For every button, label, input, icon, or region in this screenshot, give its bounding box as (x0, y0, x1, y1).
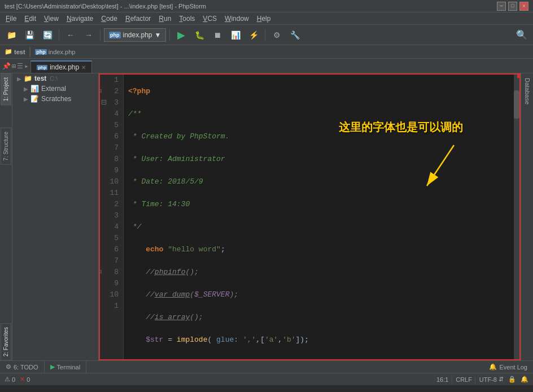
settings-button[interactable]: ⚙ (269, 27, 285, 43)
menu-run[interactable]: Run (155, 14, 174, 24)
terminal-tab[interactable]: ▶ Terminal (45, 361, 87, 373)
tree-label-scratches: Scratches (41, 95, 71, 103)
coverage-button[interactable]: 📊 (228, 27, 243, 43)
path-bar: 📁 test │ php index.php (0, 45, 533, 59)
vtab-project[interactable]: 1: Project (1, 73, 11, 105)
main-layout: 1: Project 7: Structure 2: Favorites ▶ 📁… (0, 73, 533, 360)
library-icon: 📊 (30, 85, 39, 93)
tab-action-layout[interactable]: ⊞ (12, 62, 16, 71)
menu-view[interactable]: View (41, 14, 62, 24)
tools-button[interactable]: 🔧 (287, 27, 303, 43)
database-tab[interactable]: Database (522, 73, 532, 109)
event-log-tab[interactable]: 🔔 Event Log (483, 361, 533, 373)
project-sidebar: ▶ 📁 test C:\ ▶ 📊 External ▶ 📝 Scratches (12, 73, 99, 360)
code-editor: ⊟ 1 ⊟2 3 4 5 6 7 8 9 10 11 2 3 4 5 6 7 ⊟… (100, 75, 519, 359)
code-content[interactable]: <?php /** * Created by PhpStorm. * User:… (124, 75, 519, 359)
menu-bar: File Edit View Navigate Code Refactor Ru… (0, 12, 533, 25)
terminal-label: Terminal (57, 364, 81, 371)
event-log-icon: 🔔 (489, 363, 497, 371)
editor-tab-strip: 📌 ⊞ ☰ ▸ php index.php ✕ (0, 59, 533, 73)
close-button[interactable]: ✕ (519, 2, 528, 11)
error-icon: ✕ (20, 376, 25, 383)
code-line-1: <?php (128, 86, 515, 97)
breadcrumb-file: php index.php (35, 49, 75, 55)
menu-vcs[interactable]: VCS (199, 14, 220, 24)
warning-count: 0 (12, 376, 15, 383)
tab-index-php[interactable]: php index.php ✕ (30, 60, 92, 73)
run-button[interactable]: ▶ (173, 27, 189, 43)
code-line-11: //is_array(); (128, 312, 515, 323)
code-line-12: $str = implode( glue: ',',['a','b']); (128, 334, 515, 346)
toolbar-separator-3 (169, 29, 170, 41)
error-marker (517, 75, 519, 78)
tree-item-scratches[interactable]: ▶ 📝 Scratches (12, 94, 98, 104)
annotation-text: 这里的字体也是可以调的 (339, 120, 463, 135)
status-git-icon: 🔒 (508, 376, 516, 383)
todo-tab[interactable]: ⚙ 6: TODO (0, 361, 45, 373)
status-warnings: ⚠ 0 (5, 376, 15, 383)
menu-tools[interactable]: Tools (176, 14, 198, 24)
search-everywhere-button[interactable]: 🔍 (514, 27, 530, 43)
todo-label: 6: TODO (14, 364, 38, 371)
status-position: 16:1 │ CRLF │ UTF-8 ⇵ (436, 376, 504, 383)
event-log-label: Event Log (499, 364, 527, 371)
dropdown-arrow-icon: ▼ (155, 31, 161, 39)
status-errors: ✕ 0 (20, 376, 30, 383)
maximize-button[interactable]: □ (508, 2, 517, 11)
sync-button[interactable]: 🔄 (40, 27, 55, 43)
tree-item-external[interactable]: ▶ 📊 External (12, 84, 98, 94)
vtab-favorites[interactable]: 2: Favorites (1, 323, 11, 360)
current-file-dropdown[interactable]: php index.php ▼ (104, 28, 166, 42)
menu-code[interactable]: Code (98, 14, 121, 24)
tree-label-test: test (34, 75, 46, 82)
code-line-7: */ (128, 221, 515, 233)
tab-action-more[interactable]: ▸ (24, 62, 28, 71)
tree-item-test[interactable]: ▶ 📁 test C:\ (12, 73, 98, 84)
code-line-10: //var_dump($_SERVER); (128, 289, 515, 300)
toolbar-separator-4 (265, 29, 265, 41)
scrollbar-thumb[interactable] (514, 90, 519, 119)
menu-refactor[interactable]: Refactor (122, 14, 154, 24)
menu-file[interactable]: File (2, 14, 20, 24)
minimize-button[interactable]: ─ (497, 2, 506, 11)
php-file-icon: php (109, 32, 121, 38)
editor-area[interactable]: ⊟ 1 ⊟2 3 4 5 6 7 8 9 10 11 2 3 4 5 6 7 ⊟… (99, 73, 521, 360)
folder-icon: 📁 (24, 75, 32, 82)
profile-button[interactable]: ⚡ (246, 27, 261, 43)
encoding-arrow-icon: ⇵ (499, 376, 504, 383)
encoding: UTF-8 (479, 376, 497, 383)
title-bar: test [C:\Users\Administrator\Desktop\tes… (0, 0, 533, 12)
svg-line-1 (427, 145, 454, 186)
code-line-6: * Time: 14:30 (128, 199, 515, 210)
menu-edit[interactable]: Edit (21, 14, 40, 24)
expand-arrow-icon: ▶ (17, 76, 21, 82)
tab-close-button[interactable]: ✕ (81, 64, 86, 71)
stop-button[interactable]: ⏹ (209, 27, 225, 43)
breadcrumb-folder: 📁 test (5, 48, 25, 55)
save-button[interactable]: 💾 (21, 27, 37, 43)
tab-php-icon: php (37, 65, 47, 70)
tab-action-pin[interactable]: 📌 (2, 62, 11, 71)
terminal-icon: ▶ (50, 363, 55, 371)
window-controls: ─ □ ✕ (497, 2, 528, 11)
tree-path-test: C:\ (50, 75, 58, 82)
toolbar-separator-2 (100, 29, 101, 41)
code-line-9: //phpinfo(); (128, 267, 515, 278)
debug-button[interactable]: 🐛 (191, 27, 207, 43)
menu-help[interactable]: Help (254, 14, 274, 24)
back-button[interactable]: ← (63, 27, 78, 43)
expand-arrow-icon-scratches: ▶ (24, 96, 28, 102)
annotation-arrow-icon (418, 140, 463, 196)
menu-navigate[interactable]: Navigate (63, 14, 97, 24)
forward-button[interactable]: → (81, 27, 97, 43)
tree-label-external: External (41, 85, 66, 93)
editor-scrollbar[interactable] (514, 75, 519, 359)
expand-arrow-icon-external: ▶ (24, 86, 28, 92)
code-line-2: /** (128, 108, 515, 120)
tab-action-menu[interactable]: ☰ (17, 62, 23, 71)
menu-window[interactable]: Window (221, 14, 252, 24)
cursor-position: 16:1 (436, 376, 448, 383)
annotation-overlay: 这里的字体也是可以调的 (339, 120, 463, 196)
vtab-structure[interactable]: 7: Structure (1, 128, 11, 165)
open-folder-button[interactable]: 📁 (3, 27, 19, 43)
